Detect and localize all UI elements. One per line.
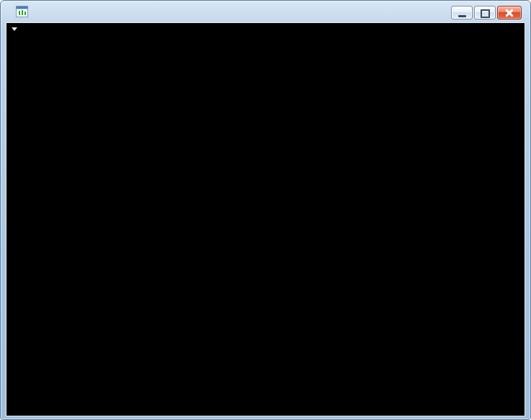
chart-window-icon (16, 6, 28, 17)
window-controls (451, 6, 522, 19)
minimize-button[interactable] (451, 6, 473, 19)
symbol-dropdown-icon (12, 27, 17, 31)
close-icon (498, 6, 521, 19)
restore-icon (481, 9, 490, 18)
chart-client-area (6, 22, 525, 416)
restore-button[interactable] (474, 6, 496, 19)
window-titlebar[interactable] (1, 1, 530, 22)
chart-canvas[interactable] (6, 23, 525, 416)
close-button[interactable] (497, 6, 522, 19)
minimize-icon (458, 15, 466, 17)
chart-ohlc-label[interactable] (12, 27, 22, 31)
mt4-chart-window (0, 0, 531, 420)
